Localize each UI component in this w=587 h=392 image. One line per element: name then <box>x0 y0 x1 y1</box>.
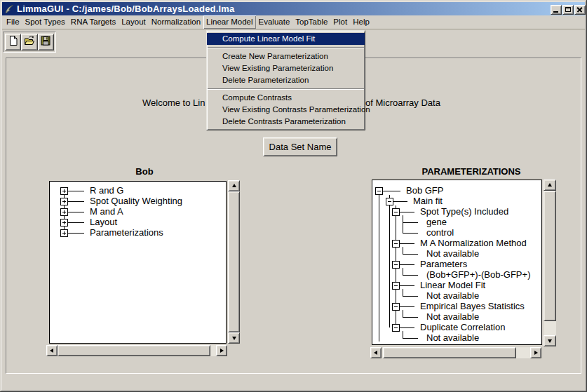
tree-connector-line <box>403 296 418 297</box>
scroll-thumb[interactable] <box>544 191 556 321</box>
new-file-button[interactable] <box>5 34 21 50</box>
tree-collapse-box[interactable] <box>392 208 400 216</box>
tree-node-bob-gfp-bob-gfp[interactable]: (Bob+GFP+)-(Bob-GFP+) <box>426 269 530 281</box>
menu-item-delete-parameterization[interactable]: Delete Parameterization <box>207 74 365 86</box>
tree-node-linear-model-fit[interactable]: Linear Model Fit <box>420 280 485 291</box>
maximize-icon <box>565 7 571 12</box>
tree-node-not-available[interactable]: Not available <box>426 311 479 323</box>
menu-separator <box>208 47 364 48</box>
tree-node-r-and-g[interactable]: R and G <box>90 185 123 196</box>
scroll-thumb[interactable] <box>58 345 210 356</box>
scroll-left-button[interactable] <box>46 345 58 356</box>
menubar-item-help[interactable]: Help <box>350 15 372 29</box>
menubar-item-normalization[interactable]: Normalization <box>149 15 203 29</box>
tree-node-main-fit[interactable]: Main fit <box>413 196 443 207</box>
arrow-down-icon <box>548 339 552 345</box>
menubar-item-spot-types[interactable]: Spot Types <box>22 15 68 29</box>
tree-connector-line <box>403 338 418 339</box>
scroll-down-button[interactable] <box>228 332 240 344</box>
menubar-item-file[interactable]: File <box>4 15 22 29</box>
tree-connector-line <box>403 268 403 275</box>
tree-node-parameters[interactable]: Parameters <box>420 259 467 270</box>
welcome-text-right: of Microarray Data <box>365 97 440 108</box>
tree-node-duplicate-correlation[interactable]: Duplicate Correlation <box>420 322 505 333</box>
tree-connector-line <box>67 222 84 223</box>
tree-node-not-available[interactable]: Not available <box>426 332 479 344</box>
tree-expand-box[interactable] <box>60 229 68 237</box>
minimize-button[interactable] <box>551 5 562 15</box>
tree-connector-line <box>403 275 418 276</box>
tree-node-bob-gfp[interactable]: Bob GFP <box>406 185 443 196</box>
tree-node-gene[interactable]: gene <box>426 217 447 228</box>
menu-item-compute-contrasts[interactable]: Compute Contrasts <box>207 92 365 104</box>
tree-node-m-and-a[interactable]: M and A <box>90 206 123 217</box>
toolbar <box>3 32 56 53</box>
tree-connector-line <box>399 327 414 328</box>
parameterizations-vscrollbar[interactable] <box>544 180 556 346</box>
tree-collapse-box[interactable] <box>392 324 400 332</box>
tree-expand-box[interactable] <box>60 198 68 205</box>
scroll-thumb[interactable] <box>383 347 516 358</box>
tree-node-parameterizations[interactable]: Parameterizations <box>90 227 163 238</box>
menu-item-compute-linear-model-fit[interactable]: Compute Linear Model Fit <box>207 33 365 45</box>
tree-connector-line <box>399 264 414 265</box>
tree-expand-box[interactable] <box>60 219 68 227</box>
scroll-down-button[interactable] <box>544 335 556 346</box>
tree-connector-line <box>399 212 414 212</box>
linear-model-menu: Compute Linear Model FitCreate New Param… <box>206 30 365 130</box>
tree-connector-line <box>67 233 84 234</box>
menubar-item-plot[interactable]: Plot <box>330 15 350 29</box>
bob-tree-hscrollbar[interactable] <box>46 345 227 356</box>
scroll-right-button[interactable] <box>216 345 227 356</box>
menubar-item-linear-model[interactable]: Linear Model <box>203 15 255 29</box>
save-icon <box>40 35 51 49</box>
menubar-item-rna-targets[interactable]: RNA Targets <box>68 15 119 29</box>
scroll-right-button[interactable] <box>530 347 541 358</box>
arrow-left-icon <box>48 349 53 353</box>
menu-item-delete-contrasts-parameterization[interactable]: Delete Contrasts Parameterization <box>207 116 365 128</box>
tree-collapse-box[interactable] <box>392 282 400 290</box>
tree-node-layout[interactable]: Layout <box>90 217 117 228</box>
tree-connector-line <box>379 195 379 342</box>
save-file-button[interactable] <box>38 34 54 50</box>
menu-item-view-existing-contrasts-parameterization[interactable]: View Existing Contrasts Parameterization <box>207 104 365 116</box>
tree-connector-line <box>399 306 414 307</box>
tree-node-control[interactable]: control <box>426 227 454 238</box>
scroll-up-button[interactable] <box>544 180 556 191</box>
tree-collapse-box[interactable] <box>392 240 400 248</box>
tree-collapse-box[interactable] <box>386 198 393 205</box>
scroll-up-button[interactable] <box>228 180 240 191</box>
bob-tree-vscrollbar[interactable] <box>228 180 240 344</box>
tree-node-spot-quality-weighting[interactable]: Spot Quality Weighting <box>90 196 182 207</box>
tree-connector-line <box>67 201 84 202</box>
tree-node-not-available[interactable]: Not available <box>426 290 479 302</box>
data-set-name-button[interactable]: Data Set Name <box>263 137 337 156</box>
scroll-left-button[interactable] <box>370 347 382 358</box>
tree-expand-box[interactable] <box>60 187 68 195</box>
close-button[interactable] <box>574 5 586 15</box>
tree-collapse-box[interactable] <box>392 303 400 311</box>
menu-item-create-new-parameterization[interactable]: Create New Parameterization <box>207 50 365 62</box>
tree-node-spot-type-s-included[interactable]: Spot Type(s) Included <box>420 206 508 217</box>
tree-collapse-box[interactable] <box>392 261 400 269</box>
tree-node-not-available[interactable]: Not available <box>426 248 479 259</box>
menubar-item-layout[interactable]: Layout <box>119 15 149 29</box>
parameterizations-tree-canvas[interactable]: Bob GFPMain fitSpot Type(s) Includedgene… <box>372 180 542 345</box>
scroll-thumb[interactable] <box>228 191 240 332</box>
window-title: LimmaGUI - C:/james/Bob/BobArraysLoaded.… <box>17 4 235 14</box>
tree-node-empirical-bayes-statistics[interactable]: Empirical Bayes Statistics <box>420 301 525 312</box>
title-bar[interactable]: LimmaGUI - C:/james/Bob/BobArraysLoaded.… <box>2 2 585 15</box>
tree-collapse-box[interactable] <box>375 187 383 195</box>
menubar-item-evaluate[interactable]: Evaluate <box>256 15 293 29</box>
tree-node-m-a-normalization-method[interactable]: M A Normalization Method <box>420 238 527 249</box>
bob-tree-canvas[interactable]: R and GSpot Quality WeightingM and ALayo… <box>49 181 227 344</box>
menubar-item-toptable[interactable]: TopTable <box>292 15 330 29</box>
maximize-button[interactable] <box>562 5 574 15</box>
tree-expand-box[interactable] <box>60 208 68 216</box>
tree-connector-line <box>403 254 418 255</box>
menu-item-view-existing-parameterization[interactable]: View Existing Parameterization <box>207 62 365 74</box>
tree-connector-line <box>67 212 84 212</box>
tree-connector-line <box>403 331 403 338</box>
open-file-button[interactable] <box>21 34 37 50</box>
parameterizations-hscrollbar[interactable] <box>370 347 541 358</box>
